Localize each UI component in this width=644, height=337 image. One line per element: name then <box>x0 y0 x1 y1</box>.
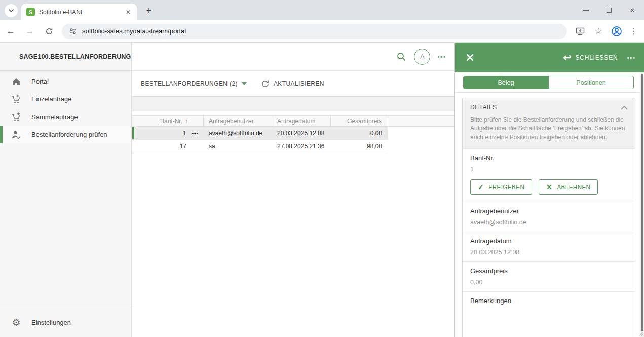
minimize-button[interactable] <box>574 0 597 20</box>
freigeben-label: FREIGEBEN <box>488 184 524 190</box>
table-row[interactable]: 1 ••• avaeth@softfolio.de 20.03.2025 12:… <box>132 127 388 140</box>
sidebar-item-label: Einstellungen <box>31 319 71 326</box>
column-header-anfragedatum[interactable]: Anfragedatum <box>272 116 331 126</box>
sidebar-spacer <box>0 143 131 308</box>
x-icon: ✕ <box>546 183 552 191</box>
sidebar-item-bestellanforderung-pruefen[interactable]: Bestellanforderung prüfen <box>0 126 131 143</box>
panel-tab-group: Beleg Positionen <box>463 76 634 89</box>
field-banf-nr: Banf-Nr. 1 ✓ FREIGEBEN ✕ ABLEHNEN <box>463 148 635 202</box>
profile-avatar-icon[interactable] <box>610 24 624 39</box>
field-value: avaeth@softfolio.de <box>470 219 627 226</box>
main-overflow-menu-icon[interactable]: ••• <box>435 54 448 60</box>
ablehnen-button[interactable]: ✕ ABLEHNEN <box>539 179 598 195</box>
detail-panel: ↩ SCHLIESSEN ••• Beleg Positionen DETAIL… <box>454 43 644 337</box>
tab-positionen[interactable]: Positionen <box>548 76 633 89</box>
browser-menu-icon[interactable]: ⋮ <box>628 27 640 36</box>
refresh-label: AKTUALISIEREN <box>274 80 324 87</box>
field-bemerkungen: Bemerkungen <box>463 291 635 337</box>
tab-beleg[interactable]: Beleg <box>464 76 548 89</box>
cell-anfragedatum: 27.08.2025 21:36 <box>272 140 331 153</box>
reload-button[interactable] <box>41 23 58 40</box>
field-gesamtpreis: Gesamtpreis 0,00 <box>463 261 635 291</box>
table-header: Banf-Nr. ↑ Anfragebenutzer Anfragedatum … <box>132 115 454 127</box>
app-content: SAGE100.BESTELLANFORDERUNG Portal Einzel… <box>0 43 644 337</box>
home-icon <box>10 76 22 88</box>
chevron-down-icon <box>8 8 14 14</box>
field-anfragedatum: Anfragedatum 20.03.2025 12:08 <box>463 232 635 261</box>
forward-button[interactable]: → <box>21 23 39 40</box>
collection-dropdown[interactable]: BESTELLANFORDERUNGEN (2) <box>141 80 247 87</box>
field-value: 0,00 <box>470 279 627 286</box>
panel-body: DETAILS Bitte prüfen Sie die Bestellanfo… <box>455 93 644 337</box>
column-label: Banf-Nr. <box>160 118 182 125</box>
sidebar-item-einstellungen[interactable]: ⚙ Einstellungen <box>0 308 131 337</box>
row-actions-menu-icon[interactable]: ••• <box>192 130 199 136</box>
column-label: Anfragebenutzer <box>209 118 254 125</box>
sidebar-item-einzelanfrage[interactable]: Einzelanfrage <box>0 90 131 108</box>
collapse-chevron-icon[interactable] <box>621 105 628 110</box>
maximize-button[interactable] <box>597 0 621 20</box>
cell-anfragedatum: 20.03.2025 12:08 <box>272 127 331 139</box>
search-button[interactable] <box>394 49 409 64</box>
sidebar-item-sammelanfrage[interactable]: Sammelanfrage <box>0 108 131 126</box>
url-text[interactable]: softfolio-sales.mydata.stream/portal <box>82 27 186 35</box>
column-header-gesamtpreis[interactable]: Gesamtpreis <box>331 116 388 126</box>
grid-group-band <box>132 97 454 111</box>
action-bar: BESTELLANFORDERUNGEN (2) AKTUALISIEREN <box>132 71 454 97</box>
resize-grip[interactable] <box>639 332 643 336</box>
freigeben-button[interactable]: ✓ FREIGEBEN <box>470 179 532 195</box>
details-card-header: DETAILS Bitte prüfen Sie die Bestellanfo… <box>463 98 635 148</box>
site-settings-icon[interactable] <box>69 27 77 35</box>
column-label: Anfragedatum <box>277 118 315 125</box>
tab-close-icon[interactable]: ✕ <box>124 8 133 17</box>
new-tab-button[interactable]: + <box>143 5 155 17</box>
panel-close-button[interactable] <box>464 52 475 63</box>
field-value: 1 <box>470 166 627 173</box>
field-label: Anfragebenutzer <box>470 207 627 215</box>
column-header-filler <box>388 116 454 126</box>
bookmark-star-icon[interactable]: ☆ <box>591 24 605 39</box>
sidebar: SAGE100.BESTELLANFORDERUNG Portal Einzel… <box>0 43 132 337</box>
panel-overflow-menu-icon[interactable]: ••• <box>627 55 636 61</box>
search-icon <box>397 52 406 61</box>
approval-buttons: ✓ FREIGEBEN ✕ ABLEHNEN <box>470 179 627 195</box>
sidebar-item-portal[interactable]: Portal <box>0 72 131 90</box>
undo-icon: ↩ <box>563 53 571 62</box>
column-header-banf-nr[interactable]: Banf-Nr. ↑ <box>132 116 204 126</box>
cell-anfragebenutzer: sa <box>204 140 272 153</box>
tab-strip: S Softfolio e-BANF ✕ + ✕ <box>0 0 644 20</box>
browser-toolbar: ← → softfolio-sales.mydata.stream/portal… <box>0 20 644 43</box>
install-app-icon[interactable] <box>573 24 587 39</box>
sidebar-nav: Portal Einzelanfrage Sammelanfrage <box>0 71 131 143</box>
panel-header: ↩ SCHLIESSEN ••• <box>455 43 644 72</box>
details-description: Bitte prüfen Sie die Bestellanforderung … <box>470 116 628 142</box>
cart-arrow-icon <box>10 93 22 105</box>
reload-icon <box>45 27 53 35</box>
refresh-button[interactable]: AKTUALISIEREN <box>261 80 324 88</box>
ablehnen-label: ABLEHNEN <box>557 184 590 190</box>
scrollbar-thumb[interactable] <box>641 74 643 331</box>
minimize-icon <box>583 10 589 10</box>
main-area: A ••• BESTELLANFORDERUNGEN (2) AKTUALISI… <box>132 43 454 337</box>
refresh-icon <box>261 80 270 88</box>
cart-plus-icon <box>10 111 22 123</box>
details-title: DETAILS <box>470 104 497 111</box>
address-bar[interactable]: softfolio-sales.mydata.stream/portal <box>62 24 567 39</box>
collection-label: BESTELLANFORDERUNGEN (2) <box>141 80 238 87</box>
table-row[interactable]: 17 sa 27.08.2025 21:36 98,00 <box>132 140 388 153</box>
back-button[interactable]: ← <box>2 23 19 40</box>
window-controls: ✕ <box>574 0 644 20</box>
close-icon <box>466 54 474 61</box>
column-header-anfragebenutzer[interactable]: Anfragebenutzer <box>204 116 272 126</box>
close-button[interactable]: ✕ <box>621 0 644 20</box>
panel-tabbar: Beleg Positionen <box>455 72 644 93</box>
schliessen-button[interactable]: SCHLIESSEN <box>575 54 618 61</box>
tab-search-button[interactable] <box>5 4 18 17</box>
panel-scrollbar[interactable] <box>640 72 644 337</box>
panel-header-actions: ↩ SCHLIESSEN ••• <box>563 53 636 62</box>
cell-gesamtpreis: 98,00 <box>331 140 388 153</box>
gear-icon: ⚙ <box>10 317 22 329</box>
details-card: DETAILS Bitte prüfen Sie die Bestellanfo… <box>462 98 635 337</box>
browser-tab[interactable]: S Softfolio e-BANF ✕ <box>21 4 137 20</box>
user-avatar[interactable]: A <box>414 49 430 65</box>
